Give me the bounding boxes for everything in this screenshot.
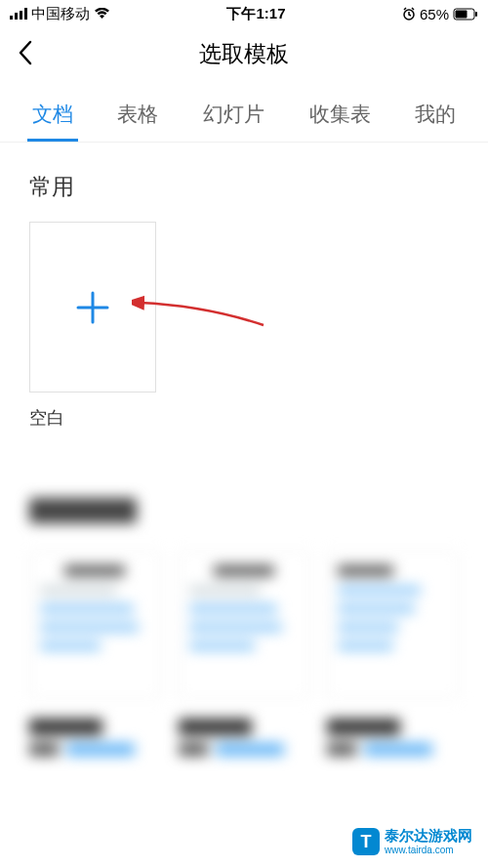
battery-icon <box>453 8 478 21</box>
signal-icon <box>10 8 27 20</box>
chevron-left-icon <box>18 40 32 65</box>
back-button[interactable] <box>18 40 32 69</box>
tab-slides[interactable]: 幻灯片 <box>198 93 269 142</box>
tabs-bar: 文档 表格 幻灯片 收集表 我的 <box>0 81 488 143</box>
status-time: 下午1:17 <box>226 5 285 23</box>
tab-spreadsheet[interactable]: 表格 <box>112 93 163 142</box>
watermark-url: www.tairda.com <box>385 845 472 855</box>
battery-label: 65% <box>420 6 449 22</box>
nav-header: 选取模板 <box>0 27 488 81</box>
blurred-recommend-section <box>29 498 459 756</box>
watermark: T 泰尔达游戏网 www.tairda.com <box>346 825 478 858</box>
template-blank-label: 空白 <box>29 406 459 430</box>
blurred-card <box>327 551 459 699</box>
status-bar: 中国移动 下午1:17 65% <box>0 0 488 27</box>
svg-rect-3 <box>24 8 27 20</box>
svg-rect-6 <box>456 10 468 18</box>
blurred-card <box>179 551 310 699</box>
watermark-icon: T <box>352 828 380 855</box>
blurred-card <box>29 551 161 699</box>
content-area: 常用 空白 <box>0 143 488 756</box>
plus-icon <box>76 291 109 324</box>
status-left: 中国移动 <box>10 5 110 23</box>
tab-document[interactable]: 文档 <box>27 93 78 142</box>
wifi-icon <box>94 8 110 20</box>
svg-rect-1 <box>15 13 18 20</box>
status-right: 65% <box>402 6 478 22</box>
carrier-label: 中国移动 <box>31 5 90 23</box>
svg-rect-2 <box>20 11 22 20</box>
section-frequent-title: 常用 <box>29 172 459 202</box>
svg-rect-0 <box>10 16 13 20</box>
tab-form[interactable]: 收集表 <box>305 93 376 142</box>
svg-rect-7 <box>475 12 477 17</box>
template-blank-card[interactable] <box>29 222 156 393</box>
page-title: 选取模板 <box>199 39 289 69</box>
tab-mine[interactable]: 我的 <box>410 93 461 142</box>
watermark-brand: 泰尔达游戏网 <box>385 828 472 845</box>
alarm-icon <box>402 7 416 21</box>
